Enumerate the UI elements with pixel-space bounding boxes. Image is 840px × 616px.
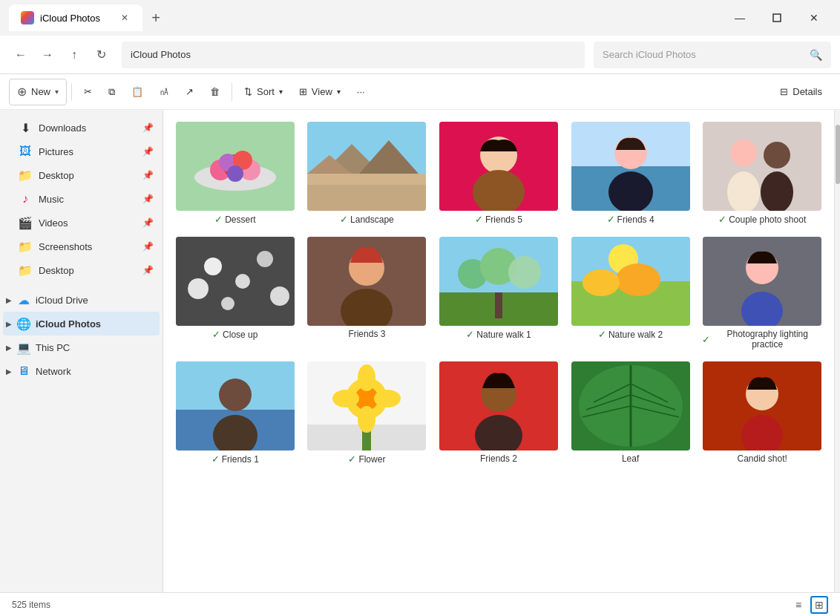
desktop1-icon: 📁: [18, 168, 33, 183]
nav-refresh-button[interactable]: ↻: [89, 43, 113, 67]
tab-container: iCloud Photos ✕ +: [9, 4, 717, 31]
svg-point-8: [227, 166, 243, 182]
sync-check-icon-5: ✓: [718, 214, 726, 225]
photo-label-couple: ✓ Couple photo shoot: [718, 214, 806, 225]
more-icon: ···: [357, 86, 365, 97]
scrollbar-track[interactable]: [834, 110, 840, 592]
pin-icon-desktop1: 📌: [142, 170, 154, 180]
toolbar-separator-2: [232, 83, 232, 101]
photo-thumb-photography: [703, 237, 821, 326]
delete-icon: 🗑: [210, 86, 220, 97]
more-button[interactable]: ···: [350, 79, 373, 105]
addressbar: ← → ↑ ↻ iCloud Photos Search iCloud Phot…: [0, 36, 840, 74]
sidebar-item-pictures[interactable]: 🖼 Pictures 📌: [3, 140, 160, 163]
photo-thumb-closeup: [176, 237, 295, 326]
app-icon: [21, 11, 34, 24]
sync-check-icon-2: ✓: [340, 214, 348, 225]
restore-button[interactable]: [760, 6, 794, 30]
photo-item-friends1[interactable]: ✓ Friends 1: [175, 361, 295, 465]
sync-check-icon-9: ✓: [702, 334, 710, 345]
sync-check-icon-4: ✓: [607, 214, 615, 225]
network-icon: 🖥: [16, 364, 31, 378]
sidebar-item-desktop1[interactable]: 📁 Desktop 📌: [3, 163, 160, 187]
photo-thumb-friends3: [307, 237, 426, 326]
photo-item-closeup[interactable]: ✓ Close up: [175, 237, 295, 350]
photo-label-landscape: ✓ Landscape: [340, 214, 394, 225]
svg-point-32: [188, 278, 209, 299]
new-tab-button[interactable]: +: [145, 7, 166, 28]
photo-item-landscape[interactable]: ✓ Landscape: [307, 122, 427, 225]
sidebar-section-network[interactable]: ▶ 🖥 Network: [3, 359, 160, 383]
active-tab[interactable]: iCloud Photos ✕: [9, 4, 142, 31]
photo-thumb-leaf: [571, 361, 690, 450]
close-window-button[interactable]: ✕: [797, 6, 831, 30]
nav-up-button[interactable]: ↑: [62, 43, 86, 67]
search-box[interactable]: Search iCloud Photos 🔍: [594, 42, 831, 68]
photo-label-naturewalk1: ✓ Nature walk 1: [466, 329, 531, 340]
search-icon: 🔍: [810, 49, 822, 61]
cut-button[interactable]: ✂: [76, 79, 99, 105]
scrollbar-thumb[interactable]: [836, 125, 840, 184]
photo-thumb-naturewalk1: [439, 237, 558, 326]
photo-item-friends2[interactable]: Friends 2: [439, 361, 559, 465]
sidebar-item-screenshots[interactable]: 📁 Screenshots 📌: [3, 235, 160, 258]
photo-thumb-friends4: [571, 122, 690, 211]
svg-point-50: [616, 263, 660, 296]
photo-item-naturewalk2[interactable]: ✓ Nature walk 2: [571, 237, 691, 350]
sidebar-item-desktop2[interactable]: 📁 Desktop 📌: [3, 258, 160, 282]
svg-point-67: [358, 406, 375, 433]
tab-close-button[interactable]: ✕: [119, 12, 131, 24]
share-button[interactable]: ↗: [178, 79, 201, 105]
photo-item-naturewalk1[interactable]: ✓ Nature walk 1: [439, 237, 559, 350]
sidebar-item-music[interactable]: ♪ Music 📌: [3, 187, 160, 211]
address-field[interactable]: iCloud Photos: [122, 42, 585, 68]
details-button[interactable]: ⊟ Details: [771, 79, 831, 105]
copy-button[interactable]: ⧉: [101, 79, 122, 105]
share-icon: ↗: [186, 86, 194, 97]
sidebar-section-icloud-drive[interactable]: ▶ ☁ iCloud Drive: [3, 288, 160, 312]
photo-item-flower[interactable]: ✓ Flower: [307, 361, 427, 465]
paste-button[interactable]: 📋: [124, 79, 151, 105]
sidebar-item-downloads[interactable]: ⬇ Downloads 📌: [3, 116, 160, 140]
svg-point-69: [374, 390, 401, 407]
photo-item-leaf[interactable]: Leaf: [571, 361, 691, 465]
view-button[interactable]: ⊞ View ▾: [292, 79, 348, 105]
svg-point-24: [730, 140, 757, 166]
sync-check-icon-6: ✓: [212, 329, 220, 340]
cut-icon: ✂: [84, 86, 92, 97]
view-chevron-icon: ▾: [337, 88, 341, 96]
grid-view-button[interactable]: ⊞: [810, 596, 828, 614]
minimize-button[interactable]: —: [723, 6, 757, 30]
list-view-button[interactable]: ≡: [790, 596, 807, 614]
paste-icon: 📋: [131, 86, 143, 97]
content-area: ✓ Dessert ✓ Landsca: [163, 110, 834, 592]
sort-button[interactable]: ⇅ Sort ▾: [237, 79, 290, 105]
photo-label-friends2: Friends 2: [480, 453, 517, 464]
sort-chevron-icon: ▾: [279, 88, 283, 96]
photo-item-candid[interactable]: Candid shot!: [702, 361, 822, 465]
nav-back-button[interactable]: ←: [9, 43, 33, 67]
nav-forward-button[interactable]: →: [36, 43, 59, 67]
rename-icon: ㎁: [160, 85, 169, 99]
main-layout: ⬇ Downloads 📌 🖼 Pictures 📌 📁 Desktop 📌 ♪…: [0, 110, 840, 592]
sidebar-label-pictures: Pictures: [39, 146, 73, 157]
photo-label-friends1: ✓ Friends 1: [211, 453, 259, 465]
sidebar-section-icloud-photos[interactable]: ▶ 🌐 iCloud Photos: [3, 312, 160, 335]
sync-check-icon-10: ✓: [211, 453, 220, 465]
sync-check-icon: ✓: [214, 214, 223, 225]
delete-button[interactable]: 🗑: [203, 79, 227, 105]
photo-item-friends4[interactable]: ✓ Friends 4: [571, 122, 691, 225]
sidebar-section-this-pc[interactable]: ▶ 💻 This PC: [3, 335, 160, 359]
photo-thumb-friends2: [439, 361, 558, 450]
rename-button[interactable]: ㎁: [152, 79, 177, 105]
toolbar-separator-1: [71, 83, 72, 101]
photo-item-dessert[interactable]: ✓ Dessert: [175, 122, 295, 225]
sidebar-item-videos[interactable]: 🎬 Videos 📌: [3, 211, 160, 235]
photo-item-photography[interactable]: ✓ Photography lighting practice: [702, 237, 822, 350]
new-button[interactable]: ⊕ New ▾: [9, 79, 67, 105]
pin-icon-videos: 📌: [142, 217, 154, 228]
photo-item-friends5[interactable]: ✓ Friends 5: [439, 122, 559, 225]
list-view-icon: ≡: [795, 599, 801, 611]
photo-item-couple[interactable]: ✓ Couple photo shoot: [702, 122, 822, 225]
photo-item-friends3[interactable]: Friends 3: [307, 237, 427, 350]
